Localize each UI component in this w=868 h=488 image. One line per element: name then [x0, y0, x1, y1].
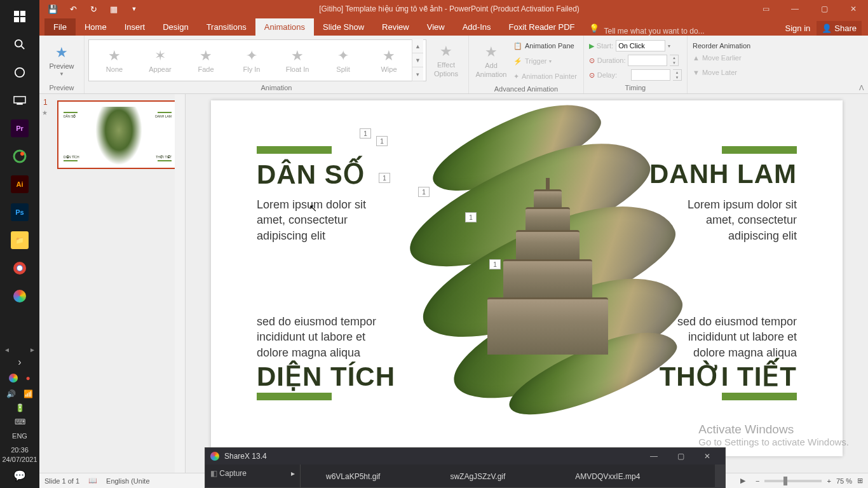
sharex-scrollbar[interactable] — [715, 464, 725, 488]
anim-split[interactable]: ✦Split — [320, 43, 366, 78]
minimize-button[interactable]: — — [780, 0, 810, 18]
sharex-titlebar[interactable]: ShareX 13.4 — ▢ ✕ — [205, 448, 725, 464]
animation-tag[interactable]: 1 — [379, 173, 390, 183]
spellcheck-icon[interactable]: 📖 — [88, 477, 97, 485]
save-icon[interactable]: 💾 — [44, 1, 61, 17]
undo-icon[interactable]: ↶ — [65, 1, 81, 17]
tray-record-icon[interactable]: ● — [25, 374, 30, 384]
gallery-down-icon[interactable]: ▼ — [412, 53, 423, 67]
task-view-icon[interactable] — [0, 86, 39, 114]
anim-flyin[interactable]: ✦Fly In — [229, 43, 275, 78]
animation-tag[interactable]: 1 — [489, 259, 501, 269]
start-select[interactable] — [616, 40, 665, 51]
delay-spinner[interactable]: ▲▼ — [673, 69, 682, 81]
keyboard-icon[interactable]: ⌨ — [15, 417, 25, 426]
zoom-in-icon[interactable]: + — [827, 477, 831, 485]
tell-me-input[interactable]: Tell me what you want to do... — [604, 27, 705, 36]
anim-none[interactable]: ★None — [92, 43, 137, 78]
tab-slideshow[interactable]: Slide Show — [314, 18, 373, 36]
thumbnail-scrollbar[interactable] — [175, 94, 185, 473]
slide-thumbnail-1[interactable]: DÂN SỐ DANH LAM DIỆN TÍCH THỜI TIẾT — [57, 100, 178, 169]
maximize-button[interactable]: ▢ — [810, 0, 839, 18]
tab-insert[interactable]: Insert — [116, 18, 154, 36]
preview-button[interactable]: ★ Preview ▼ — [43, 40, 80, 81]
gallery-more-icon[interactable]: ▾ — [412, 67, 423, 81]
animation-tag[interactable]: 1 — [376, 136, 388, 146]
share-button[interactable]: 👤 Share — [817, 21, 862, 36]
taskbar-app-photoshop[interactable]: Ps — [0, 198, 39, 226]
text-dientich[interactable]: sed do eiusmod tempor incididunt ut labo… — [257, 314, 384, 360]
tab-addins[interactable]: Add-Ins — [454, 18, 500, 36]
animation-tag[interactable]: 1 — [360, 128, 371, 139]
sharex-window[interactable]: ShareX 13.4 — ▢ ✕ ◧ Capture▸ w6VLaKP5ht.… — [205, 447, 726, 488]
trigger-button[interactable]: ⚡Trigger▾ — [513, 55, 577, 67]
duration-input[interactable] — [628, 55, 667, 66]
tab-view[interactable]: View — [418, 18, 454, 36]
cortana-icon[interactable] — [0, 58, 39, 86]
tab-transitions[interactable]: Transitions — [198, 18, 255, 36]
center-image[interactable] — [389, 113, 694, 405]
sharex-close-button[interactable]: ✕ — [695, 449, 720, 463]
sharex-capture-menu[interactable]: ◧ Capture▸ — [210, 467, 295, 480]
anim-wipe[interactable]: ★Wipe — [366, 43, 412, 78]
animation-painter-button[interactable]: ✦Animation Painter — [513, 70, 577, 83]
taskbar-app-sharex[interactable] — [0, 282, 39, 310]
anim-appear[interactable]: ✶Appear — [137, 43, 183, 78]
taskbar-app-explorer[interactable]: 📁 — [0, 226, 39, 254]
start-button[interactable] — [0, 3, 39, 30]
taskbar-lang[interactable]: ENG — [12, 429, 27, 443]
slide-canvas-area[interactable]: DÂN SỐ Lorem ipsum dolor sit amet, conse… — [186, 94, 868, 473]
add-animation-button[interactable]: ★ Add Animation — [473, 41, 510, 81]
anim-fade[interactable]: ★Fade — [183, 43, 229, 78]
delay-input[interactable] — [631, 69, 670, 81]
zoom-level[interactable]: 75 % — [836, 477, 852, 485]
tray-expand-icon[interactable]: › — [0, 353, 39, 371]
taskbar-app-illustrator[interactable]: Ai — [0, 170, 39, 198]
language-status[interactable]: English (Unite — [106, 477, 149, 485]
collapse-ribbon-icon[interactable]: ᐱ — [859, 84, 864, 92]
tab-design[interactable]: Design — [154, 18, 197, 36]
taskbar-app-mystery[interactable] — [0, 142, 39, 170]
animation-tag[interactable]: 1 — [418, 187, 430, 197]
sharex-file[interactable]: w6VLaKP5ht.gif — [326, 472, 380, 481]
qat-customize-icon[interactable]: ▼ — [126, 1, 142, 17]
zoom-out-icon[interactable]: − — [756, 477, 759, 485]
sharex-file[interactable]: AMVDQVxxIE.mp4 — [575, 472, 640, 481]
sharex-file[interactable]: swZAgJSZzV.gif — [450, 472, 505, 481]
tab-home[interactable]: Home — [76, 18, 116, 36]
fit-to-window-icon[interactable]: ⊞ — [857, 477, 863, 485]
effect-options-button[interactable]: ★ Effect Options — [428, 40, 465, 81]
gallery-up-icon[interactable]: ▲ — [412, 39, 423, 53]
sharex-minimize-button[interactable]: — — [641, 449, 667, 463]
signin-link[interactable]: Sign in — [785, 24, 811, 33]
move-earlier-button[interactable]: ▲Move Earlier — [693, 51, 750, 64]
move-later-button[interactable]: ▼Move Later — [693, 66, 750, 79]
heading-dientich[interactable]: DIỆN TÍCH — [257, 361, 395, 392]
search-icon[interactable] — [0, 30, 39, 58]
close-button[interactable]: ✕ — [839, 0, 868, 18]
tab-animations[interactable]: Animations — [255, 18, 314, 36]
slide-count[interactable]: Slide 1 of 1 — [44, 477, 79, 485]
redo-icon[interactable]: ↻ — [85, 1, 102, 17]
sharex-maximize-button[interactable]: ▢ — [668, 449, 693, 463]
animation-gallery[interactable]: ★None ✶Appear ★Fade ✦Fly In ★Float In ✦S… — [88, 39, 426, 81]
duration-spinner[interactable]: ▲▼ — [670, 55, 679, 66]
zoom-slider[interactable] — [764, 480, 822, 482]
taskbar-app-chrome[interactable] — [0, 254, 39, 282]
animation-pane-button[interactable]: 📋Animation Pane — [513, 39, 577, 52]
slide[interactable]: DÂN SỐ Lorem ipsum dolor sit amet, conse… — [211, 100, 843, 456]
tab-foxit[interactable]: Foxit Reader PDF — [499, 18, 583, 36]
heading-danso[interactable]: DÂN SỐ — [257, 159, 365, 190]
ribbon-display-icon[interactable]: ▭ — [751, 0, 780, 18]
wifi-icon[interactable]: 📶 — [24, 390, 33, 398]
taskbar-app-premiere[interactable]: Pr — [0, 114, 39, 142]
text-danso[interactable]: Lorem ipsum dolor sit amet, consectetur … — [257, 197, 377, 243]
tab-review[interactable]: Review — [373, 18, 418, 36]
anim-floatin[interactable]: ★Float In — [275, 43, 320, 78]
start-from-beginning-icon[interactable]: ▦ — [105, 1, 122, 17]
tray-sharex-icon[interactable] — [9, 374, 18, 384]
text-danhlam[interactable]: Lorem ipsum dolor sit amet, consectetur … — [676, 197, 797, 243]
animation-tag[interactable]: 1 — [465, 212, 477, 222]
slideshow-view-icon[interactable]: ▶ — [735, 475, 750, 487]
taskbar-clock[interactable]: 20:36 24/07/2021 — [2, 443, 37, 466]
